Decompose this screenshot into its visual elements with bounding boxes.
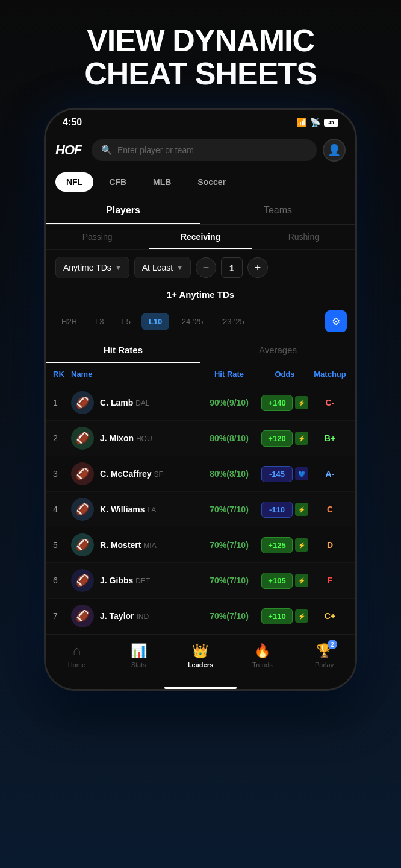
player-row[interactable]: 4 🏈 K. Williams LA 70%(7/10) -110 ⚡ C	[46, 492, 355, 527]
decrement-button[interactable]: −	[196, 257, 216, 278]
stat-filter-label: Anytime TDs	[63, 263, 111, 272]
matchup-3: A-	[312, 469, 348, 479]
wifi-icon: 📡	[310, 118, 320, 127]
rank-5: 5	[53, 540, 71, 550]
period-tab-l10[interactable]: L10	[141, 313, 169, 330]
odds-cell-4[interactable]: -110 ⚡	[258, 502, 312, 518]
avatar-4: 🏈	[71, 498, 94, 521]
tab-receiving[interactable]: Receiving	[149, 225, 252, 249]
wager-icon-4: ⚡	[295, 503, 308, 516]
signal-icon: 📶	[296, 118, 306, 127]
battery-icon: 45	[324, 119, 338, 127]
player-row[interactable]: 2 🏈 J. Mixon HOU 80%(8/10) +120 ⚡ B+	[46, 421, 355, 456]
player-row[interactable]: 1 🏈 C. Lamb DAL 90%(9/10) +140 ⚡ C-	[46, 385, 355, 421]
nav-stats-label: Stats	[131, 661, 146, 668]
odds-badge-2: +120	[261, 430, 293, 447]
avatar-button[interactable]: 👤	[323, 139, 346, 162]
tab-passing[interactable]: Passing	[46, 225, 149, 249]
player-info-5: 🏈 R. Mostert MIA	[71, 533, 200, 556]
th-rank: RK	[53, 370, 71, 379]
odds-cell-2[interactable]: +120 ⚡	[258, 430, 312, 447]
player-team-2: HOU	[136, 435, 152, 443]
sub-tabs: Passing Receiving Rushing	[46, 225, 355, 250]
player-team-6: DET	[135, 577, 150, 585]
tab-rushing[interactable]: Rushing	[252, 225, 355, 249]
rank-2: 2	[53, 433, 71, 443]
headline: VIEW DYNAMIC CHEAT SHEETS	[66, 0, 335, 108]
counter-value: 1	[221, 257, 243, 278]
player-name-4: K. Williams	[100, 505, 147, 514]
status-time: 4:50	[63, 117, 82, 128]
nav-parlay[interactable]: 🏆 2 Parlay	[293, 641, 355, 671]
nav-leaders[interactable]: 👑 Leaders	[170, 641, 232, 671]
home-indicator	[164, 687, 237, 689]
hit-rate-5: 70%(7/10)	[200, 539, 258, 550]
sport-tabs: NFL CFB MLB Soccer	[46, 168, 355, 197]
avatar-3: 🏈	[71, 462, 94, 485]
period-tab-2425[interactable]: '24-'25	[173, 313, 210, 330]
tab-players[interactable]: Players	[46, 197, 200, 224]
player-row[interactable]: 3 🏈 C. McCaffrey SF 80%(8/10) -145 💙 A-	[46, 456, 355, 492]
increment-button[interactable]: +	[247, 257, 268, 278]
search-bar[interactable]: 🔍 Enter player or team	[92, 139, 317, 161]
rank-6: 6	[53, 576, 71, 585]
nav-stats[interactable]: 📊 Stats	[108, 641, 170, 671]
filter-icon-button[interactable]: ⚙	[325, 310, 347, 332]
tab-hit-rates[interactable]: Hit Rates	[46, 337, 200, 363]
wager-icon-2: ⚡	[295, 432, 308, 445]
rank-3: 3	[53, 469, 71, 479]
phone-frame: 4:50 📶 📡 45 HOF 🔍 Enter player or team 👤…	[44, 108, 357, 691]
parlay-badge: 2	[328, 640, 337, 649]
sport-tab-cfb[interactable]: CFB	[98, 172, 137, 192]
odds-cell-1[interactable]: +140 ⚡	[258, 395, 312, 411]
player-info-4: 🏈 K. Williams LA	[71, 498, 200, 521]
player-name-3: C. McCaffrey	[100, 469, 154, 479]
player-team-1: DAL	[135, 399, 149, 407]
tab-averages[interactable]: Averages	[200, 337, 355, 363]
period-tab-l3[interactable]: L3	[88, 313, 111, 330]
player-row[interactable]: 5 🏈 R. Mostert MIA 70%(7/10) +125 ⚡ D	[46, 527, 355, 563]
filter-title: 1+ Anytime TDs	[46, 286, 355, 306]
sport-tab-soccer[interactable]: Soccer	[187, 172, 237, 192]
player-row[interactable]: 7 🏈 J. Taylor IND 70%(7/10) +110 ⚡ C+	[46, 599, 355, 634]
user-icon: 👤	[328, 143, 341, 157]
condition-filter-label: At Least	[142, 263, 173, 272]
table-header: RK Name Hit Rate Odds Matchup	[46, 363, 355, 385]
player-info-1: 🏈 C. Lamb DAL	[71, 391, 200, 414]
avatar-1: 🏈	[71, 391, 94, 414]
rank-4: 4	[53, 505, 71, 514]
odds-cell-6[interactable]: +105 ⚡	[258, 573, 312, 589]
odds-cell-7[interactable]: +110 ⚡	[258, 608, 312, 624]
th-matchup: Matchup	[312, 370, 348, 379]
result-tabs: Hit Rates Averages	[46, 337, 355, 363]
sport-tab-mlb[interactable]: MLB	[142, 172, 182, 192]
odds-badge-5: +125	[261, 537, 293, 553]
nav-leaders-label: Leaders	[188, 661, 213, 668]
nav-home[interactable]: ⌂ Home	[46, 641, 108, 671]
hit-rate-3: 80%(8/10)	[200, 468, 258, 479]
period-tab-2325[interactable]: '23-'25	[214, 313, 252, 330]
hit-rate-4: 70%(7/10)	[200, 504, 258, 515]
period-tab-l5[interactable]: L5	[114, 313, 137, 330]
avatar-6: 🏈	[71, 569, 94, 592]
player-info-7: 🏈 J. Taylor IND	[71, 605, 200, 627]
nav-trends[interactable]: 🔥 Trends	[231, 641, 293, 671]
stats-icon: 📊	[131, 643, 147, 659]
search-icon: 🔍	[101, 145, 113, 156]
matchup-4: C	[312, 505, 348, 514]
condition-filter[interactable]: At Least ▼	[134, 257, 191, 278]
stat-filter[interactable]: Anytime TDs ▼	[55, 257, 129, 278]
period-tab-h2h[interactable]: H2H	[54, 313, 84, 330]
stat-chevron-icon: ▼	[115, 264, 122, 271]
player-team-4: LA	[147, 506, 156, 514]
tab-teams[interactable]: Teams	[200, 197, 355, 224]
hit-rate-7: 70%(7/10)	[200, 611, 258, 621]
odds-badge-7: +110	[261, 608, 293, 624]
player-row[interactable]: 6 🏈 J. Gibbs DET 70%(7/10) +105 ⚡ F	[46, 563, 355, 599]
bottom-nav: ⌂ Home 📊 Stats 👑 Leaders 🔥 Trends 🏆 2	[46, 634, 355, 683]
sport-tab-nfl[interactable]: NFL	[55, 172, 93, 192]
wager-icon-5: ⚡	[295, 538, 308, 552]
odds-cell-3[interactable]: -145 💙	[258, 466, 312, 482]
matchup-5: D	[312, 540, 348, 550]
odds-cell-5[interactable]: +125 ⚡	[258, 537, 312, 553]
